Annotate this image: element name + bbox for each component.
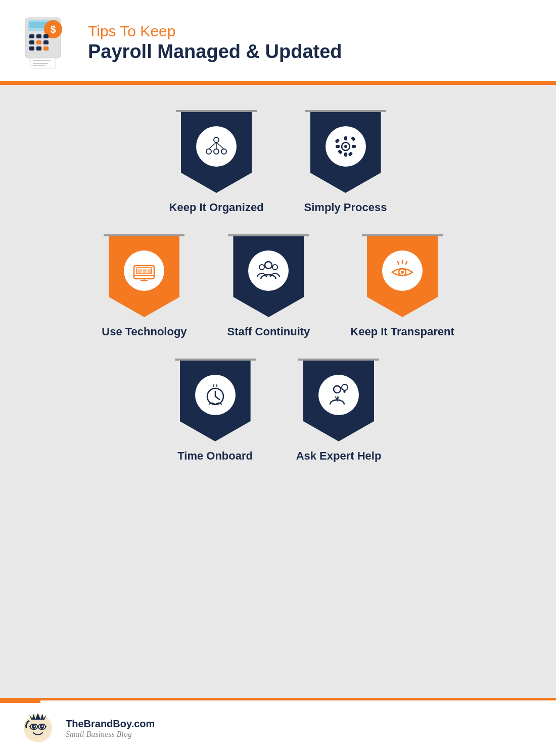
svg-rect-38 [137,269,142,273]
people-icon [256,258,281,283]
svg-point-44 [259,265,264,270]
footer-brand: TheBrandBoy.com [66,718,155,730]
svg-point-20 [214,149,219,154]
expert-icon [326,382,351,408]
svg-rect-30 [352,145,356,148]
svg-rect-12 [36,46,41,51]
eye-icon [390,258,415,283]
svg-rect-29 [336,145,340,148]
banner-tech [109,236,179,317]
svg-rect-27 [344,136,347,140]
banner-line-tech [104,234,184,236]
svg-rect-13 [43,46,49,51]
banner-wrap-staff [228,234,309,317]
badge-simply-process: Simply Process [304,110,387,214]
svg-rect-9 [36,40,41,44]
svg-rect-40 [148,269,152,273]
badge-row-2: Use Technology [102,234,454,338]
header-text: Tips To Keep Payroll Managed & Updated [88,22,342,64]
svg-rect-7 [43,34,49,38]
icon-circle-organized [196,126,237,167]
svg-point-45 [272,265,277,270]
gear-icon [333,134,358,159]
banner-staff [233,236,304,317]
svg-rect-10 [43,40,49,44]
svg-point-50 [401,271,404,274]
banner-line-process [305,110,386,112]
badge-keep-transparent: Keep It Transparent [350,234,454,338]
banner-line-expert [298,359,379,361]
banner-process [310,112,381,193]
svg-rect-32 [351,136,356,141]
brand-mascot-icon [20,711,56,746]
svg-rect-8 [29,40,34,44]
network-icon [204,134,229,159]
svg-point-18 [214,137,219,142]
orange-divider [0,81,556,85]
header: $ Tips To Keep Payroll Managed & Updated [0,0,556,81]
svg-rect-33 [338,149,343,155]
banner-wrap-time [175,359,256,441]
footer-text: TheBrandBoy.com Small Business Blog [66,718,155,739]
banner-line-transparent [362,234,443,236]
svg-point-26 [344,145,347,148]
svg-text:$: $ [50,24,56,35]
footer: TheBrandBoy.com Small Business Blog [0,698,556,756]
footer-tagline: Small Business Blog [66,730,155,739]
svg-line-22 [209,142,216,149]
header-subtitle: Tips To Keep [88,22,342,40]
banner-time [180,361,251,441]
svg-rect-31 [335,138,340,143]
svg-point-43 [265,262,272,269]
icon-circle-expert [318,375,359,415]
svg-rect-34 [348,152,353,157]
calculator-icon: $ [20,15,76,71]
svg-rect-39 [143,269,147,273]
banner-wrap-organized [176,110,257,193]
badge-row-3: Time Onboard [175,359,382,463]
banner-line-time [175,359,256,361]
banner-line [176,110,257,112]
svg-rect-11 [29,46,34,51]
svg-line-24 [216,142,224,149]
svg-line-55 [215,396,219,399]
clock-icon [203,382,228,408]
svg-point-65 [42,726,43,727]
computer-icon [131,258,157,283]
main-content: Keep It Organized [0,85,556,698]
svg-point-64 [34,726,35,727]
icon-circle-time [195,375,236,415]
badge-label-transparent: Keep It Transparent [350,325,454,338]
svg-point-59 [334,386,341,393]
banner-wrap-transparent [362,234,443,317]
svg-rect-6 [36,34,41,38]
badge-ask-expert: Ask Expert Help [296,359,382,463]
svg-line-48 [406,262,407,264]
badge-row-1: Keep It Organized [169,110,387,214]
icon-circle-transparent [382,250,423,291]
header-title: Payroll Managed & Updated [88,40,342,64]
banner-expert [303,361,374,441]
badge-label-tech: Use Technology [102,325,187,338]
banner-transparent [367,236,438,317]
banner-wrap-process [305,110,386,193]
svg-line-47 [398,262,399,264]
badge-keep-it-organized: Keep It Organized [169,110,264,214]
svg-rect-5 [29,34,34,38]
banner-line-staff [228,234,309,236]
svg-point-21 [221,149,226,154]
badge-label-staff: Staff Continuity [227,325,310,338]
badge-label-organized: Keep It Organized [169,201,264,214]
icon-circle-process [326,126,366,167]
icon-circle-staff [248,250,289,291]
badge-use-technology: Use Technology [102,234,187,338]
badge-label-expert: Ask Expert Help [296,449,382,463]
banner-wrap-expert [298,359,379,441]
svg-point-19 [206,149,211,154]
icon-circle-tech [124,250,164,291]
badge-label-time: Time Onboard [177,449,253,463]
svg-point-56 [342,384,348,390]
badge-label-process: Simply Process [304,201,387,214]
badge-staff-continuity: Staff Continuity [227,234,310,338]
svg-rect-28 [344,153,347,157]
